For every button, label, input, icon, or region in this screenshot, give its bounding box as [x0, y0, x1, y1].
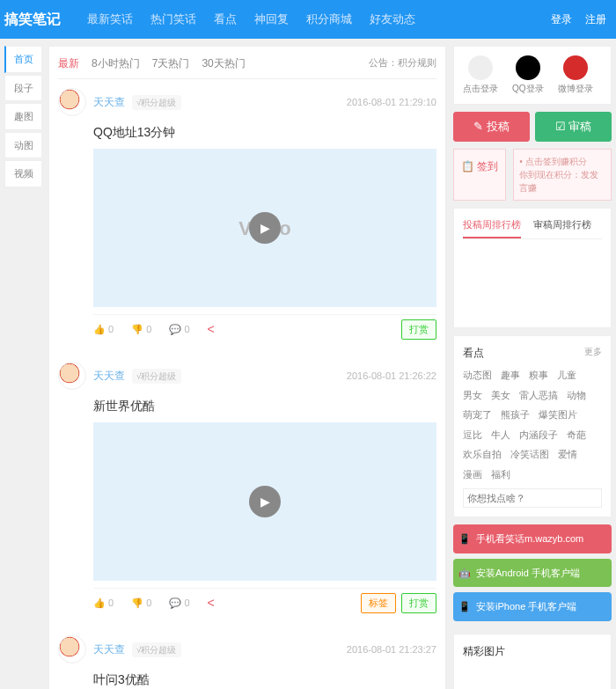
tag-link[interactable]: 糗事 [529, 368, 548, 383]
register-link[interactable]: 注册 [580, 13, 612, 26]
share-icon[interactable]: < [208, 594, 215, 612]
kandian-card: 看点 更多 动态图 趣事 糗事 儿童 男女 美女 雷人恶搞 动物 萌宠了 熊孩子… [453, 335, 612, 517]
avatar[interactable] [58, 362, 86, 390]
reward-button[interactable]: 打赏 [401, 593, 436, 613]
cat-tab-qutu[interactable]: 趣图 [4, 103, 41, 130]
tag-link[interactable]: 熊孩子 [501, 407, 530, 422]
tag-link[interactable]: 奇葩 [567, 428, 586, 443]
action-buttons: ✎ 投稿 ☑ 审稿 [453, 112, 612, 142]
post-title[interactable]: 叶问3优酷 [93, 671, 436, 689]
tag-link[interactable]: 欢乐自拍 [463, 447, 502, 462]
qq-login[interactable]: QQ登录 [512, 55, 544, 95]
post-actions: 👍 0 👎 0 💬 0 < 打赏 [93, 314, 436, 344]
pics-card: 精彩图片 本地测试 放开那个小女孩让 杀鸡闲用牛刀 测试多图集 [453, 634, 612, 690]
rank-body [463, 239, 602, 319]
post: 天天查 √积分超级 2016-08-01 21:23:27 叶问3优酷 Vide… [58, 635, 436, 689]
tag-link[interactable]: 雷人恶搞 [519, 388, 558, 403]
nav-item[interactable]: 最新笑话 [78, 11, 142, 28]
tag-link[interactable]: 动物 [567, 388, 586, 403]
nav-item[interactable]: 好友动态 [361, 11, 424, 28]
sort-30d[interactable]: 30天热门 [202, 55, 245, 71]
tag-cloud: 动态图 趣事 糗事 儿童 男女 美女 雷人恶搞 动物 萌宠了 熊孩子 爆笑图片 … [463, 368, 602, 481]
category-tabs: 首页 段子 趣图 动图 视频 [4, 46, 41, 689]
dislike-button[interactable]: 👎 0 [131, 596, 151, 611]
post-time: 2016-08-01 21:26:22 [347, 369, 436, 384]
login-card: 点击登录 QQ登录 微博登录 [453, 46, 612, 105]
post-time: 2016-08-01 21:29:10 [347, 95, 436, 110]
author-badge: √积分超级 [132, 642, 181, 657]
section-title: 看点 [463, 345, 484, 361]
author-name[interactable]: 天天查 [93, 368, 125, 384]
tag-link[interactable]: 美女 [491, 388, 510, 403]
iphone-app-button[interactable]: 📱 安装iPhone 手机客户端 [453, 592, 612, 621]
post-title[interactable]: 新世界优酷 [93, 397, 436, 415]
nav-item[interactable]: 看点 [205, 11, 246, 28]
pic-item[interactable]: 本地测试 [463, 666, 526, 690]
sort-7d[interactable]: 7天热门 [152, 55, 190, 71]
main-column: 最新 8小时热门 7天热门 30天热门 公告：积分规则 天天查 √积分超级 20… [48, 46, 446, 689]
tag-link[interactable]: 福利 [491, 467, 510, 482]
tag-link[interactable]: 内涵段子 [519, 428, 558, 443]
play-icon[interactable]: ▶ [249, 212, 281, 244]
tag-link[interactable]: 逗比 [463, 428, 482, 443]
cat-tab-video[interactable]: 视频 [4, 160, 41, 187]
sort-newest[interactable]: 最新 [58, 55, 79, 71]
click-login[interactable]: 点击登录 [463, 55, 498, 95]
announcement[interactable]: 公告：积分规则 [369, 55, 436, 70]
dislike-button[interactable]: 👎 0 [131, 322, 151, 337]
author-name[interactable]: 天天查 [93, 94, 125, 110]
tag-button[interactable]: 标签 [361, 593, 396, 613]
tag-link[interactable]: 爆笑图片 [539, 407, 577, 422]
post: 天天查 √积分超级 2016-08-01 21:26:22 新世界优酷 ▶ 👍 … [58, 362, 436, 618]
tag-link[interactable]: 男女 [463, 388, 482, 403]
more-link[interactable]: 更多 [584, 345, 602, 361]
avatar[interactable] [58, 635, 86, 663]
tag-link[interactable]: 漫画 [463, 467, 482, 482]
like-button[interactable]: 👍 0 [93, 596, 114, 611]
tag-link[interactable]: 儿童 [557, 368, 576, 383]
tag-link[interactable]: 爱情 [558, 447, 577, 462]
tag-link[interactable]: 趣事 [501, 368, 520, 383]
login-link[interactable]: 登录 [546, 13, 577, 26]
nav-item[interactable]: 积分商城 [297, 11, 361, 28]
play-icon[interactable]: ▶ [249, 486, 281, 517]
nav-item[interactable]: 热门笑话 [142, 11, 205, 28]
rank-card: 投稿周排行榜 审稿周排行榜 [453, 208, 612, 329]
pic-item[interactable]: 放开那个小女孩让 [533, 666, 597, 690]
mobile-site-button[interactable]: 📱 手机看笑话m.wazyb.com [453, 524, 612, 553]
android-app-button[interactable]: 🤖 安装Android 手机客户端 [453, 559, 612, 588]
nav-item[interactable]: 神回复 [246, 11, 297, 28]
comment-button[interactable]: 💬 0 [169, 322, 189, 337]
rank-tab-post[interactable]: 投稿周排行榜 [463, 217, 521, 239]
video-player[interactable]: ▶ [93, 422, 436, 581]
avatar[interactable] [58, 88, 86, 116]
post: 天天查 √积分超级 2016-08-01 21:29:10 QQ地址13分钟 V… [58, 88, 436, 344]
weibo-login[interactable]: 微博登录 [558, 55, 593, 95]
review-button[interactable]: ☑ 审稿 [535, 112, 612, 142]
share-icon[interactable]: < [208, 320, 215, 339]
signin-button[interactable]: 📋 签到 [453, 149, 506, 201]
submit-button[interactable]: ✎ 投稿 [453, 112, 530, 142]
logo[interactable]: 搞笑笔记 [4, 9, 61, 30]
cat-tab-duanzi[interactable]: 段子 [4, 75, 41, 102]
tag-link[interactable]: 萌宠了 [463, 407, 492, 422]
app-card: 📱 手机看笑话m.wazyb.com 🤖 安装Android 手机客户端 📱 安… [453, 524, 612, 627]
sort-8h[interactable]: 8小时热门 [92, 55, 140, 71]
search-input[interactable] [463, 488, 602, 508]
post-title[interactable]: QQ地址13分钟 [93, 123, 436, 142]
comment-button[interactable]: 💬 0 [169, 596, 189, 611]
sidebar: 点击登录 QQ登录 微博登录 ✎ 投稿 ☑ 审稿 📋 签到 • 点击签到赚积分 … [453, 46, 612, 689]
cat-tab-dongtu[interactable]: 动图 [4, 132, 41, 159]
video-player[interactable]: Video ▶ [93, 149, 436, 307]
tag-link[interactable]: 冷笑话图 [510, 447, 549, 462]
reward-button[interactable]: 打赏 [401, 319, 436, 340]
post-time: 2016-08-01 21:23:27 [347, 642, 436, 657]
tag-link[interactable]: 动态图 [463, 368, 492, 383]
tag-link[interactable]: 牛人 [491, 428, 510, 443]
cat-tab-home[interactable]: 首页 [4, 46, 41, 73]
section-title: 精彩图片 [463, 643, 505, 659]
author-name[interactable]: 天天查 [93, 641, 125, 657]
like-button[interactable]: 👍 0 [93, 322, 114, 337]
rank-tab-review[interactable]: 审稿周排行榜 [533, 217, 591, 239]
topbar: 搞笑笔记 最新笑话 热门笑话 看点 神回复 积分商城 好友动态 登录 注册 [0, 0, 616, 39]
